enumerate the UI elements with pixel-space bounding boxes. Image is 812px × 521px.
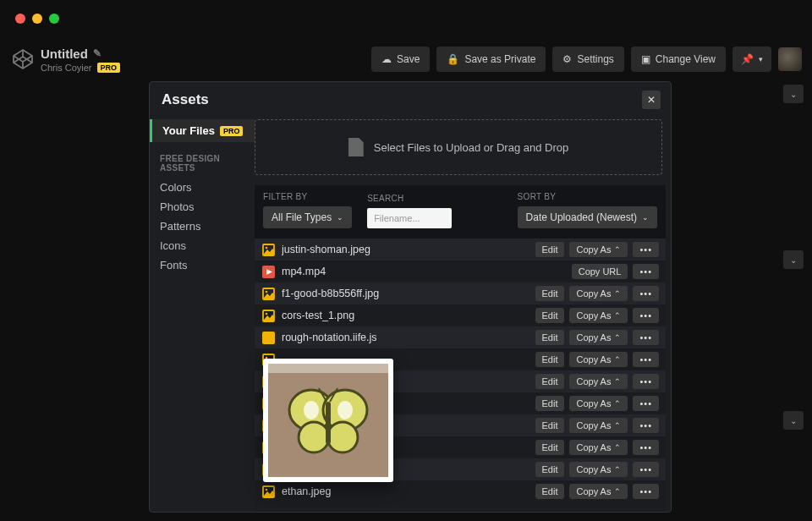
chevron-down-icon: ⌄: [337, 213, 343, 222]
user-avatar[interactable]: [778, 47, 802, 71]
more-actions-button[interactable]: •••: [633, 418, 659, 433]
save-label: Save: [397, 53, 420, 65]
file-type-filter[interactable]: All File Types ⌄: [263, 206, 352, 228]
settings-label: Settings: [577, 53, 613, 65]
pin-button[interactable]: 📌 ▾: [732, 47, 771, 72]
sidebar-item-patterns[interactable]: Patterns: [150, 217, 255, 236]
edit-file-button[interactable]: Edit: [535, 242, 565, 257]
panel-toggle-2[interactable]: ⌄: [783, 250, 804, 269]
file-name: cors-test_1.png: [282, 310, 535, 321]
sidebar-item-icons[interactable]: Icons: [150, 236, 255, 255]
file-row[interactable]: ethan.jpegEditCopy As ⌃•••: [255, 480, 666, 502]
settings-button[interactable]: ⚙ Settings: [552, 47, 623, 72]
file-type-icon: [261, 287, 275, 300]
svg-point-29: [327, 422, 358, 452]
file-name: f1-good-b8b556ff.jpg: [282, 288, 535, 299]
gear-icon: ⚙: [562, 53, 572, 65]
file-type-icon: [261, 309, 275, 322]
edit-file-button[interactable]: Edit: [535, 396, 565, 411]
file-upload-icon: [348, 138, 364, 156]
pin-icon: 📌: [741, 53, 754, 65]
sidebar-item-fonts[interactable]: Fonts: [150, 255, 255, 275]
edit-file-button[interactable]: Edit: [535, 352, 565, 367]
edit-title-icon[interactable]: ✎: [93, 47, 102, 59]
close-modal-button[interactable]: ✕: [642, 90, 661, 109]
copy-as-button[interactable]: Copy As ⌃: [569, 308, 628, 323]
edit-file-button[interactable]: Edit: [535, 418, 565, 433]
sidebar-item-photos[interactable]: Photos: [150, 197, 255, 217]
filter-value: All File Types: [272, 211, 332, 223]
copy-as-button[interactable]: Copy As ⌃: [569, 396, 628, 411]
codepen-logo-icon: [12, 48, 34, 70]
panel-toggle-1[interactable]: ⌄: [783, 85, 804, 103]
copy-as-button[interactable]: Copy As ⌃: [569, 352, 628, 367]
dropzone-label: Select Files to Upload or Drag and Drop: [374, 141, 569, 154]
file-name: justin-shoman.jpeg: [282, 244, 535, 255]
more-actions-button[interactable]: •••: [633, 242, 659, 257]
filename-search-input[interactable]: [367, 208, 452, 228]
svg-point-30: [304, 401, 319, 420]
copy-as-button[interactable]: Copy As ⌃: [569, 242, 628, 257]
more-actions-button[interactable]: •••: [633, 308, 659, 323]
file-type-icon: [261, 243, 275, 256]
svg-point-28: [299, 422, 329, 452]
sort-select[interactable]: Date Uploaded (Newest) ⌄: [518, 206, 657, 228]
file-type-icon: [261, 485, 275, 498]
copy-url-button[interactable]: Copy URL: [572, 264, 628, 279]
save-private-button[interactable]: 🔒 Save as Private: [436, 47, 546, 72]
sidebar-section-heading: FREE DESIGN ASSETS: [150, 142, 255, 178]
file-row[interactable]: f1-good-b8b556ff.jpgEditCopy As ⌃•••: [255, 282, 666, 304]
file-row[interactable]: mp4.mp4Copy URL•••: [255, 260, 666, 282]
upload-dropzone[interactable]: Select Files to Upload or Drag and Drop: [255, 119, 662, 175]
butterfly-icon: [282, 378, 375, 463]
chevron-down-icon: ⌄: [642, 213, 649, 222]
more-actions-button[interactable]: •••: [633, 352, 659, 367]
more-actions-button[interactable]: •••: [633, 440, 659, 455]
more-actions-button[interactable]: •••: [633, 264, 659, 279]
copy-as-button[interactable]: Copy As ⌃: [569, 330, 628, 345]
pen-title[interactable]: Untitled: [41, 47, 88, 61]
copy-as-button[interactable]: Copy As ⌃: [569, 286, 628, 301]
sidebar-item-colors[interactable]: Colors: [150, 178, 255, 197]
pen-author[interactable]: Chris Coyier: [41, 63, 92, 73]
file-name: mp4.mp4: [282, 266, 572, 277]
copy-as-button[interactable]: Copy As ⌃: [569, 440, 628, 455]
copy-as-button[interactable]: Copy As ⌃: [569, 418, 628, 433]
more-actions-button[interactable]: •••: [633, 286, 659, 301]
copy-as-button[interactable]: Copy As ⌃: [569, 484, 628, 499]
more-actions-button[interactable]: •••: [633, 374, 659, 389]
edit-file-button[interactable]: Edit: [535, 462, 565, 477]
more-actions-button[interactable]: •••: [633, 396, 659, 411]
copy-as-button[interactable]: Copy As ⌃: [569, 462, 628, 477]
change-view-label: Change View: [656, 53, 716, 65]
max-window-dot[interactable]: [49, 14, 59, 24]
edit-file-button[interactable]: Edit: [535, 286, 565, 301]
pro-badge: PRO: [97, 63, 121, 73]
copy-as-button[interactable]: Copy As ⌃: [569, 374, 628, 389]
file-row[interactable]: rough-notation.iife.jsEditCopy As ⌃•••: [255, 326, 666, 348]
top-bar: Untitled ✎ Chris Coyier PRO ☁ Save 🔒 Sav…: [0, 42, 812, 76]
title-block: Untitled ✎ Chris Coyier PRO: [41, 47, 120, 73]
edit-file-button[interactable]: Edit: [535, 374, 565, 389]
assets-modal: Assets ✕ Your Files PRO FREE DESIGN ASSE…: [149, 81, 672, 513]
file-row[interactable]: justin-shoman.jpegEditCopy As ⌃•••: [255, 239, 666, 260]
more-actions-button[interactable]: •••: [633, 330, 659, 345]
save-button[interactable]: ☁ Save: [371, 47, 430, 72]
edit-file-button[interactable]: Edit: [535, 440, 565, 455]
file-row[interactable]: cors-test_1.pngEditCopy As ⌃•••: [255, 304, 666, 326]
change-view-button[interactable]: ▣ Change View: [631, 47, 726, 72]
panel-toggle-3[interactable]: ⌄: [783, 411, 804, 430]
close-window-dot[interactable]: [15, 14, 25, 24]
more-actions-button[interactable]: •••: [633, 484, 659, 499]
sidebar-tab-your-files[interactable]: Your Files PRO: [150, 119, 255, 142]
edit-file-button[interactable]: Edit: [535, 330, 565, 345]
your-files-label: Your Files: [162, 124, 215, 137]
file-name: ethan.jpeg: [282, 485, 535, 497]
edit-file-button[interactable]: Edit: [535, 484, 565, 499]
svg-rect-11: [262, 332, 275, 344]
edit-file-button[interactable]: Edit: [535, 308, 565, 323]
layout-icon: ▣: [641, 53, 650, 65]
more-actions-button[interactable]: •••: [633, 462, 659, 477]
chevron-down-icon: ▾: [759, 55, 763, 63]
min-window-dot[interactable]: [32, 14, 42, 24]
